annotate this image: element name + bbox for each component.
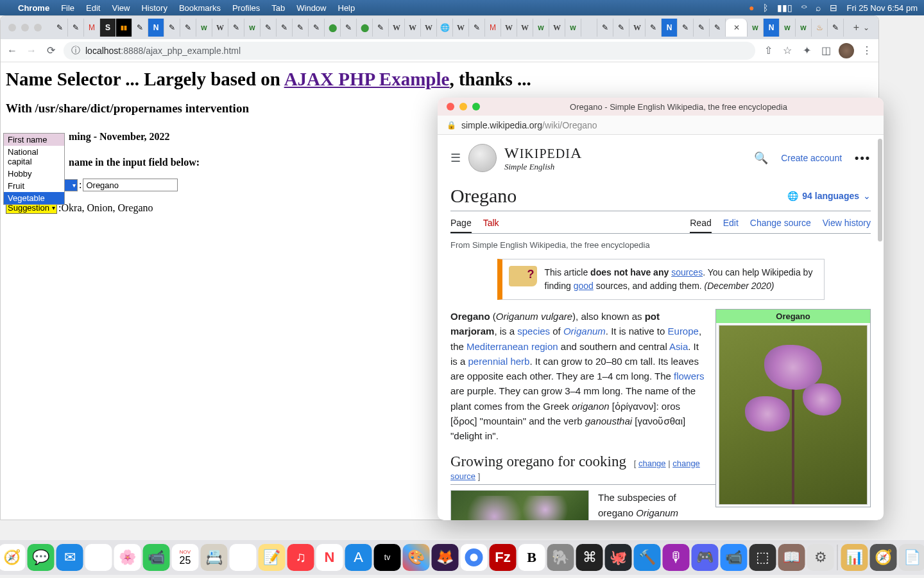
tab-23[interactable]: W	[405, 19, 421, 37]
tab-14[interactable]: ✎	[261, 19, 277, 37]
section-image[interactable]	[450, 490, 589, 520]
menu-view[interactable]: View	[112, 3, 130, 13]
dock-maps[interactable]: 🗺	[85, 544, 112, 571]
tab-28[interactable]: M	[485, 19, 501, 37]
tab-46[interactable]: w	[796, 19, 812, 37]
link-perennial[interactable]: perennial herb	[468, 356, 530, 367]
menu-app[interactable]: Chrome	[18, 3, 49, 13]
dock-music[interactable]: ♫	[287, 544, 314, 571]
tab-4[interactable]: S	[100, 19, 116, 37]
tab-change-source[interactable]: Change source	[750, 218, 811, 233]
dock-settings[interactable]: ⚙	[807, 544, 834, 571]
wikipedia-logo[interactable]	[468, 144, 497, 172]
create-account-link[interactable]: Create account	[781, 153, 842, 163]
dock-github[interactable]: 🐙	[605, 544, 632, 571]
tab-41[interactable]: ✎	[694, 19, 710, 37]
tab-42[interactable]: ✎	[710, 19, 726, 37]
profile-avatar[interactable]	[839, 43, 854, 58]
link-flowers[interactable]: flowers	[674, 371, 705, 381]
tab-edit[interactable]: Edit	[723, 218, 739, 233]
dock-appstore[interactable]: A	[345, 544, 372, 571]
tab-10[interactable]: w	[196, 19, 212, 37]
scrollbar[interactable]	[878, 139, 882, 241]
menu-profiles[interactable]: Profiles	[232, 3, 260, 13]
tab-16[interactable]: ✎	[293, 19, 309, 37]
tab-31[interactable]: w	[533, 19, 549, 37]
dock-mail[interactable]: ✉	[56, 544, 83, 571]
option-vegetable[interactable]: Vegetable	[4, 192, 64, 204]
dock-preview[interactable]: 🎨	[403, 544, 430, 571]
tab-20[interactable]: ⬤	[357, 19, 373, 37]
address-bar[interactable]: ⓘ localhost:8888/ajax_php_example.html	[64, 42, 755, 60]
window-zoom[interactable]	[34, 24, 42, 31]
tab-5[interactable]: ▮▮	[116, 19, 132, 37]
wikipedia-wordmark[interactable]: WIKIPEDIA Simple English	[504, 144, 582, 172]
tab-view-history[interactable]: View history	[823, 218, 871, 233]
edit-change-link[interactable]: change	[638, 459, 666, 468]
tab-18[interactable]: ⬤	[325, 19, 341, 37]
link-asia[interactable]: Asia	[669, 341, 688, 352]
tab-7[interactable]: N	[148, 19, 164, 37]
dock-contacts[interactable]: 📇	[201, 544, 228, 571]
bookmark-icon[interactable]: ☆	[781, 44, 794, 57]
dock-discord[interactable]: 🎮	[692, 544, 719, 571]
name-input[interactable]	[83, 179, 178, 191]
tab-12[interactable]: ✎	[228, 19, 244, 37]
dock-notes[interactable]: 📝	[259, 544, 286, 571]
back-button[interactable]: ←	[6, 45, 19, 57]
dock-firefox[interactable]: 🦊	[432, 544, 459, 571]
tab-35[interactable]: ✎	[597, 19, 613, 37]
dock-app-y[interactable]: 📖	[778, 544, 805, 571]
tab-22[interactable]: W	[389, 19, 405, 37]
tab-44[interactable]: N	[764, 19, 780, 37]
share-icon[interactable]: ⇧	[762, 44, 774, 57]
window-close[interactable]	[8, 24, 16, 31]
tab-13[interactable]: w	[244, 19, 261, 37]
safari-addressbar[interactable]: 🔒 simple.wikipedia.org/wiki/Oregano	[438, 116, 884, 135]
dock-zoom[interactable]: 📹	[721, 544, 748, 571]
menu-history[interactable]: History	[141, 3, 167, 13]
tab-page[interactable]: Page	[450, 218, 472, 233]
tab-34[interactable]	[581, 19, 597, 37]
good-link[interactable]: good	[574, 281, 594, 291]
option-fruit[interactable]: Fruit	[4, 180, 64, 192]
chrome-menu-icon[interactable]: ⋮	[860, 44, 873, 57]
safari-minimize[interactable]	[459, 103, 467, 110]
forward-button[interactable]: →	[25, 45, 38, 57]
link-species[interactable]: species	[517, 326, 550, 337]
spotlight-icon[interactable]: ⌕	[816, 3, 821, 13]
tab-39[interactable]: N	[662, 19, 678, 37]
sources-link[interactable]: sources	[671, 267, 703, 277]
dock-photos[interactable]: 🌸	[114, 544, 141, 571]
tab-2[interactable]: ✎	[68, 19, 84, 37]
dock-terminal[interactable]: ⌘	[576, 544, 603, 571]
tab-33[interactable]: w	[565, 19, 581, 37]
dock-chrome[interactable]	[461, 544, 488, 571]
dock-mamp[interactable]: 🐘	[547, 544, 574, 571]
extensions-icon[interactable]: ✦	[800, 44, 813, 57]
tab-overflow-button[interactable]: ⌄	[859, 23, 873, 32]
tab-3[interactable]: M	[84, 19, 100, 37]
tab-15[interactable]: ✎	[277, 19, 293, 37]
search-icon[interactable]: 🔍	[754, 151, 768, 165]
tab-27[interactable]: ✎	[469, 19, 485, 37]
tab-25[interactable]: 🌐	[437, 19, 453, 37]
tab-19[interactable]: ✎	[341, 19, 357, 37]
ajax-example-link[interactable]: AJAX PHP Example	[284, 69, 450, 89]
dock-reminders[interactable]: ☑	[230, 544, 257, 571]
category-select-dropdown[interactable]: First name National capital Hobby Fruit …	[3, 133, 65, 205]
link-origanum[interactable]: Origanum	[563, 326, 606, 337]
tab-6[interactable]: ✎	[132, 19, 148, 37]
clock[interactable]: Fri 25 Nov 6:54 pm	[846, 3, 918, 13]
tab-30[interactable]: W	[517, 19, 533, 37]
dock-calendar[interactable]: NOV25	[172, 544, 199, 571]
tab-talk[interactable]: Talk	[483, 218, 499, 233]
tab-36[interactable]: ✎	[613, 19, 629, 37]
menu-edit[interactable]: Edit	[86, 3, 100, 13]
infobox-image[interactable]	[719, 325, 868, 505]
menu-file[interactable]: File	[61, 3, 74, 13]
tab-1[interactable]: ✎	[52, 19, 68, 37]
bluetooth-icon[interactable]: ᛒ	[763, 3, 768, 13]
tab-38[interactable]: ✎	[646, 19, 662, 37]
site-info-icon[interactable]: ⓘ	[71, 45, 80, 57]
